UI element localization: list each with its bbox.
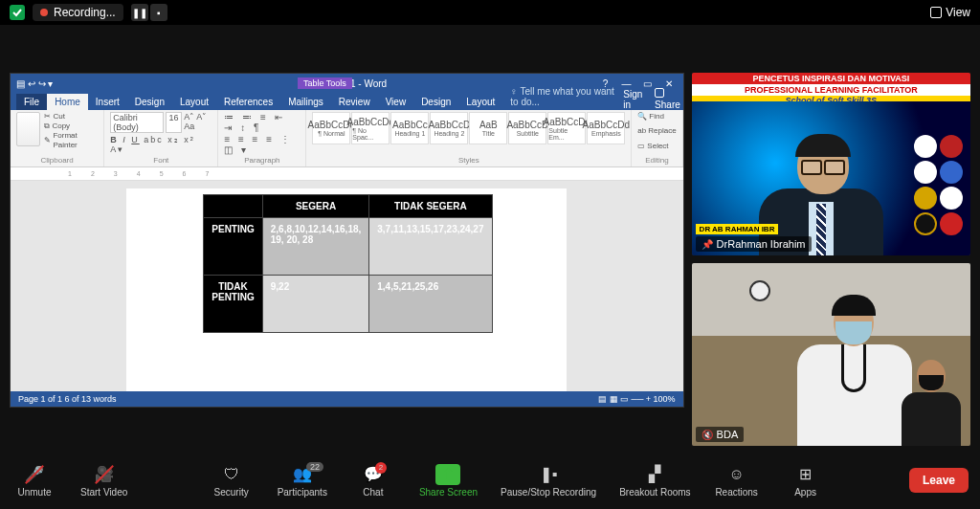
reactions-icon: ☺ — [726, 464, 747, 485]
unmute-button[interactable]: 🎤 Unmute — [11, 464, 57, 498]
recording-indicator: Recording... — [33, 4, 123, 21]
tab-references[interactable]: References — [216, 94, 280, 110]
page: SEGERA TIDAK SEGERA PENTING 2,6,8,10,12,… — [126, 188, 567, 391]
group-font: Calibri (Body) 16 A˄ A˅ Aa B I U abc x₂ … — [104, 110, 218, 166]
select-button[interactable]: ▭ Select — [637, 142, 676, 151]
record-controls-icon: ❚▪ — [538, 464, 559, 485]
zoom-level[interactable]: 100% — [654, 394, 676, 404]
style--normal[interactable]: AaBbCcDd¶ Normal — [312, 112, 350, 144]
participants-button[interactable]: 👥 22 Participants — [278, 464, 327, 498]
col-header-tidak-segera: TIDAK SEGERA — [369, 195, 492, 218]
name-tape: DR AB RAHMAN IBR — [696, 224, 779, 234]
tell-me-search[interactable]: ♀ Tell me what you want to do... — [502, 83, 623, 110]
shield-icon: 🛡 — [221, 464, 242, 485]
tab-table-layout[interactable]: Layout — [458, 94, 502, 110]
background-person — [898, 350, 965, 446]
encryption-shield-icon[interactable] — [10, 5, 25, 20]
table-tools-label: Table Tools — [298, 77, 352, 89]
view-mode-button[interactable]: View — [930, 6, 970, 19]
leave-button[interactable]: Leave — [909, 468, 969, 493]
replace-button[interactable]: ab Replace — [637, 126, 676, 136]
wall-clock-icon — [749, 280, 770, 301]
tab-table-design[interactable]: Design — [413, 94, 458, 110]
copy-button[interactable]: ⧉ Copy — [44, 122, 98, 131]
document-area[interactable]: SEGERA TIDAK SEGERA PENTING 2,6,8,10,12,… — [11, 181, 683, 391]
banner-line2: PROFESSIONAL LEARNING FACILITATOR — [692, 84, 970, 96]
format-painter-button[interactable]: ✎ Format Painter — [44, 131, 98, 150]
recording-label: Recording... — [54, 6, 116, 19]
logo-strip — [911, 132, 969, 238]
tab-mailings[interactable]: Mailings — [280, 94, 331, 110]
tab-home[interactable]: Home — [47, 94, 88, 110]
participant-tile-1[interactable]: PENCETUS INSPIRASI DAN MOTIVASI PROFESSI… — [692, 73, 970, 255]
window-close-button[interactable]: ✕ — [660, 78, 678, 89]
participant-tile-2[interactable]: 🔇BDA — [692, 263, 970, 446]
status-page-words: Page 1 of 1 6 of 13 words — [18, 394, 117, 404]
style-subtitle[interactable]: AaBbCcDSubtitle — [508, 112, 546, 144]
security-button[interactable]: 🛡 Security — [209, 464, 255, 498]
tab-review[interactable]: Review — [331, 94, 378, 110]
top-bar: Recording... ❚❚ ▪ View — [0, 0, 980, 25]
ribbon: ✂ Cut ⧉ Copy ✎ Format Painter Clipboard … — [11, 110, 683, 167]
tab-insert[interactable]: Insert — [88, 94, 127, 110]
shared-screen: ▤ ↩ ↪ ▾ Document1 - Word Table Tools ?—▭… — [10, 73, 684, 408]
style-subtle-em-[interactable]: AaBbCcDdSubtle Em... — [547, 112, 586, 144]
pause-recording-button[interactable]: ❚❚ — [131, 4, 148, 21]
cell-penting-segera[interactable]: 2,6,8,10,12,14,16,18, 19, 20, 28 — [262, 218, 369, 276]
meeting-stage: ▤ ↩ ↪ ▾ Document1 - Word Table Tools ?—▭… — [0, 25, 980, 452]
meeting-controls: 🎤 Unmute 🎥 Start Video 🛡 Security 👥 22 P… — [0, 452, 980, 509]
participant-tiles: PENCETUS INSPIRASI DAN MOTIVASI PROFESSI… — [692, 73, 970, 446]
word-status-bar: Page 1 of 1 6 of 13 words ▤ ▦ ▭ ── + 100… — [11, 391, 683, 407]
font-size-select[interactable]: 16 — [166, 112, 182, 133]
font-name-select[interactable]: Calibri (Body) — [110, 112, 164, 133]
cell-tidak-penting-tidak-segera[interactable]: 1,4,5,21,25,26 — [369, 276, 492, 333]
style-title[interactable]: AaBTitle — [469, 112, 507, 144]
style--no-spac-[interactable]: AaBbCcDd¶ No Spac... — [351, 112, 390, 144]
tab-file[interactable]: File — [16, 94, 47, 110]
pause-stop-recording-button[interactable]: ❚▪ Pause/Stop Recording — [501, 464, 596, 498]
group-clipboard: ✂ Cut ⧉ Copy ✎ Format Painter Clipboard — [11, 110, 104, 166]
apps-button[interactable]: ⊞ Apps — [783, 464, 829, 498]
stop-recording-button[interactable]: ▪ — [150, 4, 167, 21]
cut-button[interactable]: ✂ Cut — [44, 112, 98, 122]
chat-unread-badge: 2 — [375, 462, 387, 474]
style-heading-2[interactable]: AaBbCcDHeading 2 — [430, 112, 468, 144]
group-styles: AaBbCcDd¶ NormalAaBbCcDd¶ No Spac...AaBb… — [306, 110, 632, 166]
window-restore-button[interactable]: ▭ — [639, 78, 657, 89]
row-header-tidak-penting: TIDAK PENTING — [204, 276, 262, 333]
style-emphasis[interactable]: AaBbCcDdEmphasis — [587, 112, 625, 144]
apps-icon: ⊞ — [795, 464, 816, 485]
share-screen-button[interactable]: ⬆ Share Screen — [419, 464, 478, 498]
sign-in-link[interactable]: Sign in — [623, 89, 645, 110]
breakout-rooms-button[interactable]: ▞ Breakout Rooms — [619, 464, 690, 498]
ribbon-tabs: File Home Insert Design Layout Reference… — [11, 93, 683, 110]
banner-line1: PENCETUS INSPIRASI DAN MOTIVASI — [692, 73, 970, 84]
chat-button[interactable]: 💬 2 Chat — [350, 464, 396, 498]
participants-count: 22 — [306, 462, 323, 472]
participant-name-tag: 📌DrRahman Ibrahim — [696, 236, 812, 252]
ruler: 1234567 — [11, 167, 683, 181]
group-editing: 🔍 Find ab Replace ▭ Select Editing — [632, 110, 682, 166]
mute-icon: 🔇 — [702, 430, 713, 440]
reactions-button[interactable]: ☺ Reactions — [714, 464, 760, 498]
participant-name-tag: 🔇BDA — [696, 427, 745, 442]
priority-matrix-table[interactable]: SEGERA TIDAK SEGERA PENTING 2,6,8,10,12,… — [203, 194, 492, 333]
style-heading-1[interactable]: AaBbCcHeading 1 — [390, 112, 429, 144]
share-screen-icon: ⬆ — [435, 464, 460, 485]
paste-button[interactable] — [16, 112, 40, 146]
share-button[interactable]: Share — [655, 88, 683, 110]
group-paragraph: ≔ ≕ ≡ ⇤ ⇥ ↕ ¶ ≡ ≡ ≡ ≡ ⋮ ◫ ▾ Paragraph — [218, 110, 306, 166]
cell-tidak-penting-segera[interactable]: 9,22 — [262, 276, 369, 333]
tab-design[interactable]: Design — [127, 94, 172, 110]
breakout-icon: ▞ — [644, 464, 665, 485]
col-header-segera: SEGERA — [262, 195, 369, 218]
pin-icon: 📌 — [702, 239, 713, 250]
tab-view[interactable]: View — [378, 94, 414, 110]
cell-penting-tidak-segera[interactable]: 3,7,11,13,15,17,23,24,27 — [369, 218, 492, 276]
find-button[interactable]: 🔍 Find — [637, 112, 676, 122]
grid-icon — [930, 7, 942, 18]
tab-layout[interactable]: Layout — [172, 94, 216, 110]
record-dot-icon — [40, 9, 48, 16]
microphone-icon: 🎤 — [24, 464, 45, 485]
start-video-button[interactable]: 🎥 Start Video — [80, 464, 127, 498]
